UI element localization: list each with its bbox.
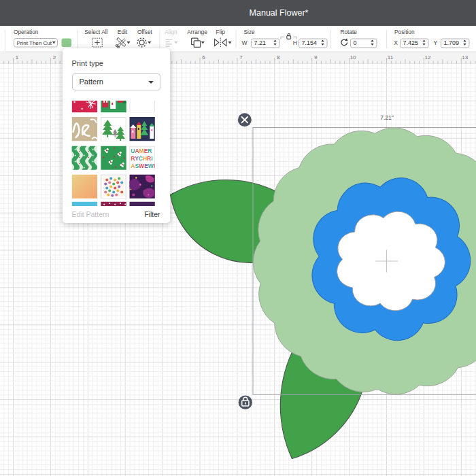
svg-text:RYCHRI: RYCHRI: [131, 155, 152, 162]
svg-text:7.425: 7.425: [403, 39, 419, 46]
svg-text:Select All: Select All: [84, 29, 107, 35]
svg-text:7.154: 7.154: [302, 39, 318, 46]
svg-text:1.709: 1.709: [444, 39, 460, 46]
svg-text:10: 10: [350, 54, 356, 61]
svg-text:12: 12: [424, 54, 430, 61]
svg-text:7.21": 7.21": [380, 114, 394, 121]
svg-text:Y: Y: [433, 39, 437, 46]
svg-text:8: 8: [277, 54, 280, 61]
svg-text:Flip: Flip: [216, 29, 226, 35]
svg-text:Arrange: Arrange: [187, 29, 207, 35]
svg-text:H: H: [293, 39, 297, 46]
svg-text:W: W: [241, 39, 247, 46]
svg-text:11: 11: [388, 54, 394, 61]
svg-text:7: 7: [239, 54, 243, 61]
svg-text:Position: Position: [394, 29, 415, 35]
svg-text:1: 1: [16, 54, 19, 61]
svg-text:ASWEWI: ASWEWI: [131, 163, 155, 169]
svg-text:13: 13: [462, 54, 468, 61]
svg-text:Print Then Cut: Print Then Cut: [17, 40, 52, 46]
svg-text:Edit: Edit: [118, 29, 128, 35]
svg-text:7.21: 7.21: [254, 39, 267, 46]
svg-text:Operation: Operation: [14, 29, 39, 35]
svg-text:UAMER: UAMER: [131, 148, 152, 154]
svg-text:Rotate: Rotate: [341, 29, 358, 35]
svg-text:Offset: Offset: [137, 29, 153, 35]
svg-text:Size: Size: [244, 29, 256, 35]
svg-text:Align: Align: [165, 29, 177, 35]
svg-text:2: 2: [53, 54, 56, 61]
svg-text:9: 9: [314, 54, 318, 61]
svg-text:X: X: [394, 39, 398, 46]
svg-text:0: 0: [354, 39, 357, 46]
svg-text:6: 6: [202, 54, 205, 61]
